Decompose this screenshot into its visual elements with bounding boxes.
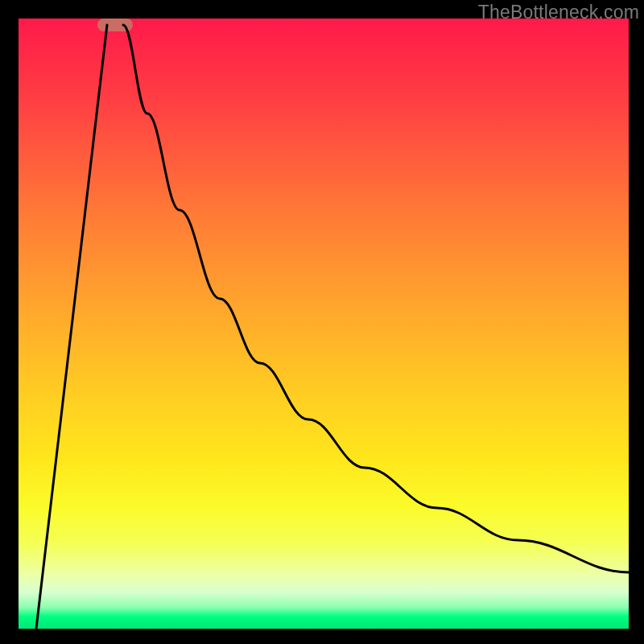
watermark-text: TheBottleneck.com — [478, 2, 639, 23]
right-curve-path — [123, 25, 629, 572]
curve-overlay — [19, 19, 629, 629]
left-line-path — [36, 25, 107, 629]
